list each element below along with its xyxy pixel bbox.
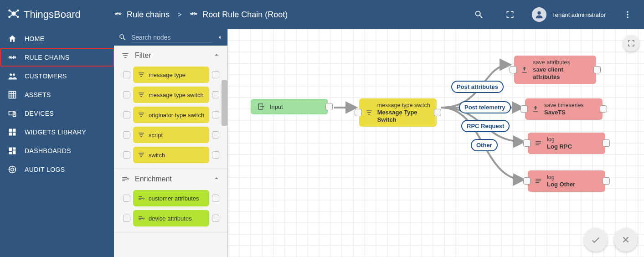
brand[interactable]: ThingsBoard bbox=[7, 7, 114, 22]
filter-icon bbox=[121, 51, 129, 60]
port-out bbox=[212, 91, 219, 98]
port-out bbox=[212, 71, 219, 78]
port-in[interactable] bbox=[510, 66, 517, 73]
audit-icon bbox=[7, 165, 17, 174]
sidebar-item-label: ASSETS bbox=[25, 91, 51, 98]
node-input[interactable]: Input bbox=[251, 99, 328, 114]
node-label: Input bbox=[270, 103, 283, 110]
sidebar-item-widgets[interactable]: WIDGETS LIBRARY bbox=[0, 123, 114, 141]
log-icon bbox=[534, 139, 542, 147]
node-type: save attributes bbox=[533, 59, 590, 66]
port-out bbox=[212, 215, 219, 222]
avatar bbox=[532, 7, 546, 22]
filter-icon bbox=[138, 151, 145, 159]
scrollbar[interactable] bbox=[222, 80, 227, 126]
node-name: Log Other bbox=[547, 181, 575, 188]
palette-node-label: message type bbox=[149, 72, 185, 78]
port-in[interactable] bbox=[523, 139, 531, 147]
palette-node-originator-type-switch[interactable]: originator type switch bbox=[133, 107, 209, 123]
node-save-timeseries[interactable]: save timeseries SaveTS bbox=[525, 98, 603, 120]
category-enrichment-body: customer attributes device attributes bbox=[114, 188, 227, 232]
port-in bbox=[123, 71, 130, 78]
port-in[interactable] bbox=[520, 105, 528, 113]
user-menu[interactable]: Tenant administrator bbox=[532, 7, 606, 22]
edge-label-rpc-request[interactable]: RPC Request bbox=[461, 120, 510, 132]
filter-icon bbox=[138, 91, 145, 98]
node-name: SaveTS bbox=[544, 109, 584, 116]
node-type: message type switch bbox=[377, 102, 430, 109]
port-out[interactable] bbox=[603, 139, 610, 147]
palette-node-customer-attributes[interactable]: customer attributes bbox=[133, 190, 209, 206]
sidebar-item-assets[interactable]: ASSETS bbox=[0, 85, 114, 104]
dashboards-icon bbox=[7, 146, 17, 155]
apply-button[interactable] bbox=[584, 228, 608, 252]
discard-button[interactable] bbox=[614, 228, 638, 252]
svg-rect-24 bbox=[9, 147, 12, 151]
palette-node-label: switch bbox=[149, 152, 165, 159]
devices-icon bbox=[7, 109, 17, 118]
upload-icon bbox=[520, 66, 528, 74]
chevron-left-icon[interactable] bbox=[216, 34, 223, 41]
sidebar-item-label: DEVICES bbox=[25, 110, 54, 117]
node-save-attributes[interactable]: save attributes save client attributes bbox=[514, 56, 596, 84]
edge-label-post-telemetry[interactable]: Post telemetry bbox=[459, 101, 511, 113]
port-out[interactable] bbox=[593, 66, 601, 73]
node-log-other[interactable]: log Log Other bbox=[528, 170, 605, 192]
enrichment-icon bbox=[138, 215, 145, 222]
more-button[interactable] bbox=[618, 5, 637, 24]
topbar-right: Tenant administrator bbox=[470, 5, 637, 24]
canvas-fullscreen-button[interactable] bbox=[623, 35, 639, 51]
fullscreen-icon bbox=[627, 39, 635, 47]
sidebar-item-dashboards[interactable]: DASHBOARDS bbox=[0, 141, 114, 160]
svg-point-15 bbox=[10, 73, 12, 76]
sidebar-item-audit[interactable]: AUDIT LOGS bbox=[0, 160, 114, 179]
filter-icon bbox=[138, 71, 145, 78]
port-out[interactable] bbox=[600, 105, 607, 113]
edge-label-post-attributes[interactable]: Post attributes bbox=[451, 81, 504, 93]
svg-rect-27 bbox=[9, 152, 12, 154]
port-in[interactable] bbox=[523, 177, 531, 185]
fullscreen-button[interactable] bbox=[501, 5, 519, 24]
search-button[interactable] bbox=[470, 5, 488, 24]
rule-chain-icon bbox=[114, 10, 122, 20]
breadcrumb-current[interactable]: Root Rule Chain (Root) bbox=[190, 10, 288, 20]
palette-node-script[interactable]: script bbox=[133, 127, 209, 143]
palette-node-label: message type switch bbox=[149, 92, 204, 98]
node-name: Message Type Switch bbox=[377, 109, 430, 123]
log-icon bbox=[534, 177, 542, 185]
sidebar-item-home[interactable]: HOME bbox=[0, 29, 114, 48]
sidebar-item-rule-chains[interactable]: RULE CHAINS bbox=[0, 48, 114, 67]
svg-point-9 bbox=[538, 11, 541, 15]
category-enrichment-header[interactable]: Enrichment bbox=[114, 169, 227, 188]
node-search bbox=[114, 29, 227, 46]
sidebar-item-label: HOME bbox=[25, 35, 45, 42]
palette-node-message-type-switch[interactable]: message type switch bbox=[133, 87, 209, 103]
rule-canvas[interactable]: Post attributes Post telemetry RPC Reque… bbox=[228, 29, 644, 257]
port-in[interactable] bbox=[355, 109, 362, 116]
node-log-rpc[interactable]: log Log RPC bbox=[528, 133, 605, 154]
port-out[interactable] bbox=[325, 103, 333, 110]
node-message-type-switch[interactable]: message type switch Message Type Switch bbox=[359, 98, 437, 127]
port-out[interactable] bbox=[603, 177, 610, 185]
chevron-up-icon bbox=[213, 175, 220, 184]
chevron-up-icon bbox=[213, 51, 220, 60]
edge-label-other[interactable]: Other bbox=[471, 139, 498, 151]
palette-node-switch[interactable]: switch bbox=[133, 147, 209, 163]
upload-icon bbox=[531, 105, 540, 113]
breadcrumb-root[interactable]: Rule chains bbox=[114, 10, 170, 20]
category-filter-header[interactable]: Filter bbox=[114, 46, 227, 65]
port-in bbox=[123, 215, 130, 222]
palette-node-message-type[interactable]: message type bbox=[133, 67, 209, 83]
sidebar-item-customers[interactable]: CUSTOMERS bbox=[0, 67, 114, 85]
home-icon bbox=[7, 34, 17, 43]
palette-node-label: originator type switch bbox=[149, 112, 204, 118]
port-out bbox=[212, 111, 219, 118]
port-out bbox=[212, 151, 219, 159]
palette-node-device-attributes[interactable]: device attributes bbox=[133, 210, 209, 226]
node-type: log bbox=[547, 174, 575, 181]
sidebar-item-devices[interactable]: DEVICES bbox=[0, 104, 114, 123]
port-out[interactable] bbox=[434, 109, 441, 116]
svg-rect-20 bbox=[9, 128, 12, 132]
category-title: Filter bbox=[135, 51, 151, 60]
search-input[interactable] bbox=[131, 33, 212, 42]
